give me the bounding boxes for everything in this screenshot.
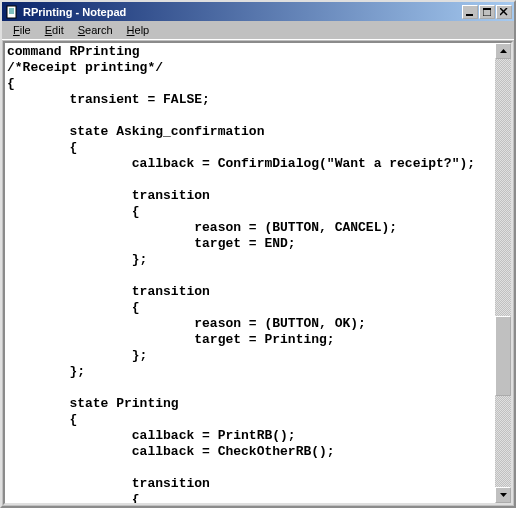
maximize-button[interactable] [479, 5, 495, 19]
scroll-down-button[interactable] [495, 487, 511, 503]
menu-edit[interactable]: Edit [38, 22, 71, 38]
scroll-thumb[interactable] [495, 316, 511, 396]
window-controls [461, 5, 512, 19]
menu-help[interactable]: Help [120, 22, 157, 38]
notepad-icon [4, 4, 20, 20]
menu-file[interactable]: File [6, 22, 38, 38]
scroll-track[interactable] [495, 59, 511, 487]
minimize-button[interactable] [462, 5, 478, 19]
svg-marker-10 [500, 493, 507, 497]
close-button[interactable] [496, 5, 512, 19]
window-title: RPrinting - Notepad [23, 6, 461, 18]
app-window: RPrinting - Notepad File Edit Search Hel… [0, 0, 516, 508]
svg-rect-0 [7, 6, 16, 18]
svg-rect-4 [466, 14, 473, 16]
svg-rect-6 [483, 8, 491, 10]
vertical-scrollbar[interactable] [495, 43, 511, 503]
menubar: File Edit Search Help [2, 21, 514, 40]
menu-search[interactable]: Search [71, 22, 120, 38]
svg-marker-9 [500, 49, 507, 53]
scroll-up-button[interactable] [495, 43, 511, 59]
editor-textarea[interactable]: command RPrinting /*Receipt printing*/ {… [5, 43, 495, 503]
editor-frame: command RPrinting /*Receipt printing*/ {… [3, 41, 513, 505]
titlebar: RPrinting - Notepad [2, 2, 514, 21]
